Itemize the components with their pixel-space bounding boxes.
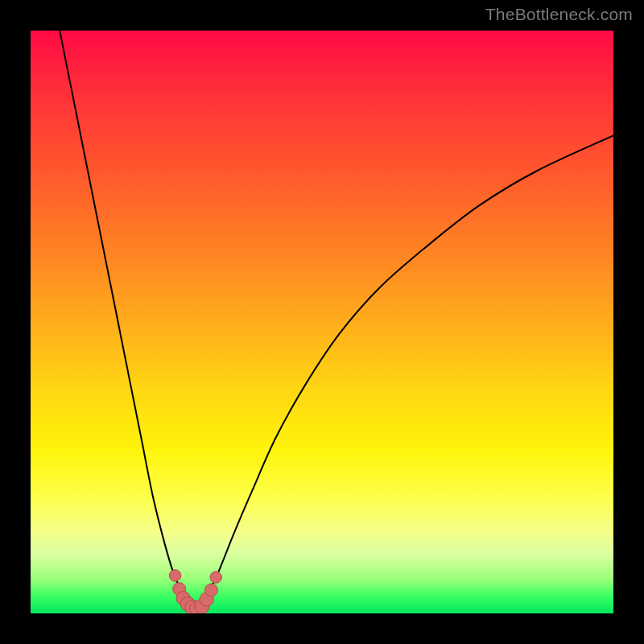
- curve-svg: [31, 31, 613, 613]
- plot-area: [31, 31, 613, 613]
- chart-container: TheBottleneck.com: [0, 0, 644, 644]
- curve-left-branch: [60, 31, 194, 610]
- watermark-text: TheBottleneck.com: [485, 5, 633, 24]
- marker-point: [169, 570, 180, 581]
- marker-point: [204, 584, 217, 597]
- curve-right-branch: [194, 135, 613, 610]
- marker-point: [210, 572, 221, 583]
- marker-cluster: [169, 570, 221, 613]
